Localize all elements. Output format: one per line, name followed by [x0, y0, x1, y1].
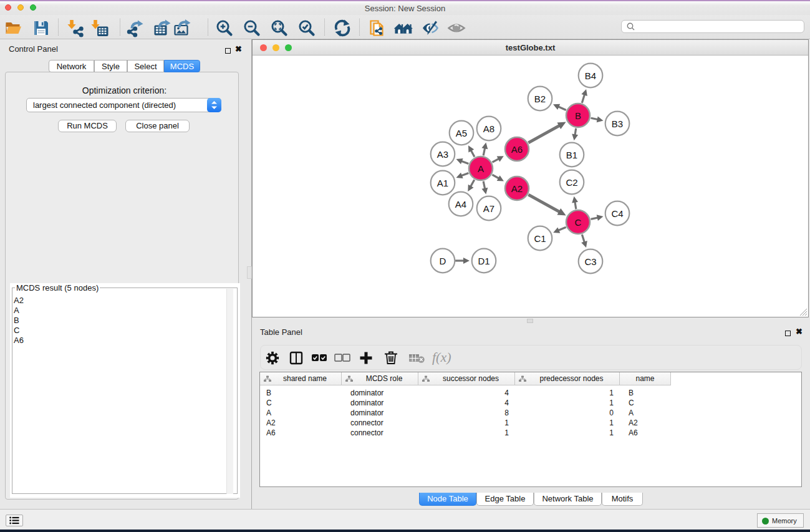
svg-text:A3: A3: [437, 149, 448, 160]
svg-text:B4: B4: [585, 70, 596, 81]
svg-text:A4: A4: [455, 199, 466, 210]
svg-text:C1: C1: [534, 233, 546, 244]
svg-text:A5: A5: [456, 128, 467, 138]
svg-text:D: D: [440, 256, 446, 266]
svg-text:D1: D1: [478, 256, 489, 266]
svg-text:A6: A6: [511, 144, 523, 155]
svg-text:A: A: [478, 163, 484, 174]
svg-text:C3: C3: [584, 256, 596, 267]
svg-text:A7: A7: [483, 203, 494, 214]
svg-text:B1: B1: [566, 150, 577, 160]
svg-text:C: C: [575, 217, 582, 228]
svg-text:B: B: [575, 110, 581, 121]
svg-text:B2: B2: [534, 94, 546, 104]
svg-text:C4: C4: [611, 208, 623, 219]
svg-text:A2: A2: [511, 183, 523, 194]
svg-text:B3: B3: [612, 118, 623, 129]
svg-text:C2: C2: [566, 177, 577, 188]
svg-text:A8: A8: [483, 123, 494, 134]
svg-text:A1: A1: [437, 178, 448, 188]
